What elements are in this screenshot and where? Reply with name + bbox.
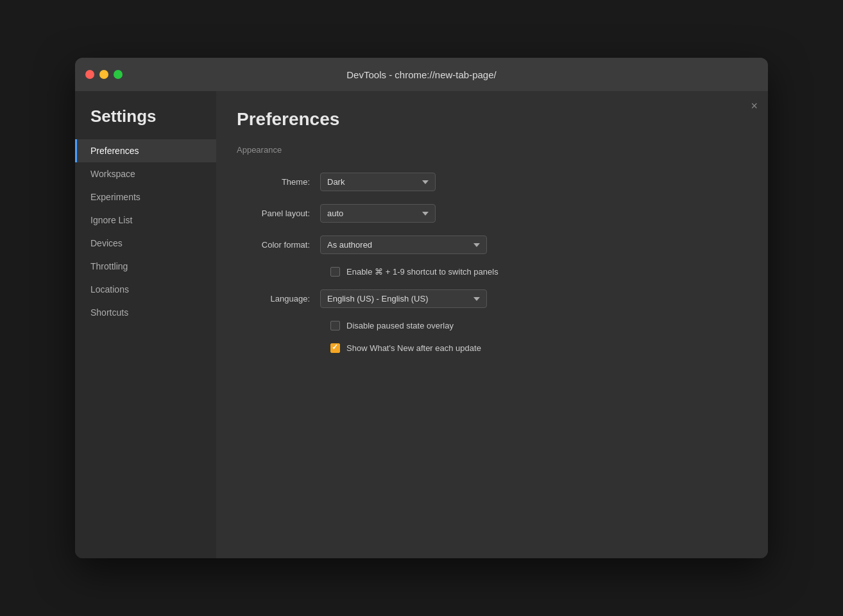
sidebar-item-locations[interactable]: Locations (75, 278, 216, 301)
disable-paused-label[interactable]: Disable paused state overlay (346, 321, 454, 330)
disable-paused-checkbox[interactable] (330, 321, 340, 330)
color-format-label: Color format: (237, 240, 320, 250)
panel-layout-label: Panel layout: (237, 209, 320, 218)
page-title: Preferences (237, 109, 747, 130)
maximize-button-traffic[interactable] (114, 70, 123, 79)
settings-scroll-area: Preferences Appearance Theme: System pre… (216, 91, 768, 558)
whats-new-checkbox-row: Show What's New after each update (237, 343, 747, 353)
traffic-lights (85, 70, 123, 79)
sidebar-item-shortcuts[interactable]: Shortcuts (75, 301, 216, 324)
theme-select[interactable]: System preference Dark Light (320, 173, 436, 191)
color-format-select[interactable]: As authored HEX RGB HSL (320, 235, 487, 254)
close-button-traffic[interactable] (85, 70, 94, 79)
shortcut-checkbox-row: Enable ⌘ + 1-9 shortcut to switch panels (237, 267, 747, 277)
theme-setting-row: Theme: System preference Dark Light (237, 173, 747, 191)
sidebar-heading: Settings (75, 107, 216, 139)
sidebar-item-devices[interactable]: Devices (75, 232, 216, 255)
devtools-window: DevTools - chrome://new-tab-page/ Settin… (75, 58, 768, 558)
panel-layout-setting-row: Panel layout: auto horizontal vertical (237, 204, 747, 223)
sidebar-item-preferences[interactable]: Preferences (75, 139, 216, 162)
language-setting-row: Language: English (US) - English (US) De… (237, 289, 747, 308)
main-panel: × Preferences Appearance Theme: System p… (216, 91, 768, 558)
sidebar: Settings Preferences Workspace Experimen… (75, 91, 216, 558)
sidebar-item-experiments[interactable]: Experiments (75, 185, 216, 209)
content-area: Settings Preferences Workspace Experimen… (75, 91, 768, 558)
close-settings-button[interactable]: × (751, 100, 758, 112)
window-title: DevTools - chrome://new-tab-page/ (346, 69, 496, 80)
theme-label: Theme: (237, 177, 320, 187)
sidebar-item-throttling[interactable]: Throttling (75, 255, 216, 278)
panel-layout-select[interactable]: auto horizontal vertical (320, 204, 436, 223)
sidebar-item-workspace[interactable]: Workspace (75, 162, 216, 185)
shortcut-checkbox[interactable] (330, 267, 340, 277)
titlebar: DevTools - chrome://new-tab-page/ (75, 58, 768, 91)
minimize-button-traffic[interactable] (99, 70, 108, 79)
shortcut-checkbox-label[interactable]: Enable ⌘ + 1-9 shortcut to switch panels (346, 267, 498, 277)
language-label: Language: (237, 294, 320, 304)
language-select[interactable]: English (US) - English (US) Deutsch - Ge… (320, 289, 487, 308)
whats-new-checkbox[interactable] (330, 343, 340, 353)
whats-new-label[interactable]: Show What's New after each update (346, 343, 481, 353)
disable-paused-checkbox-row: Disable paused state overlay (237, 321, 747, 330)
color-format-setting-row: Color format: As authored HEX RGB HSL (237, 235, 747, 254)
sidebar-item-ignore-list[interactable]: Ignore List (75, 209, 216, 232)
appearance-section-heading: Appearance (237, 145, 747, 160)
